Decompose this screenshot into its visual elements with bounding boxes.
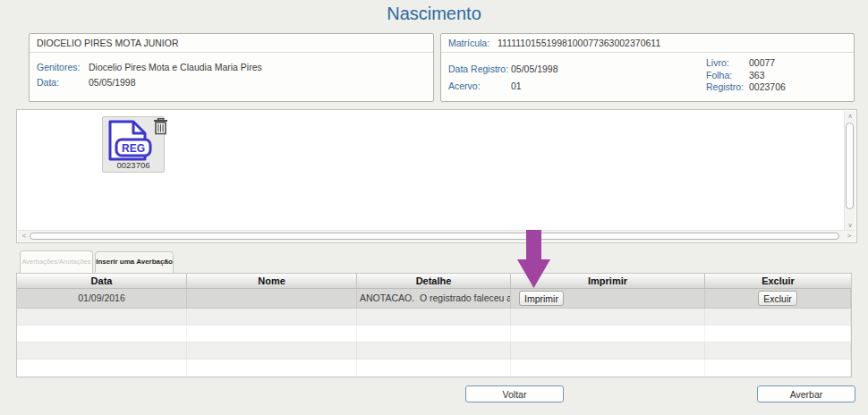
column-header-nome[interactable]: Nome bbox=[187, 274, 357, 288]
data-value: 05/05/1998 bbox=[89, 77, 136, 89]
nascimento-page: Nascimento DIOCELIO PIRES MOTA JUNIOR Ge… bbox=[0, 0, 868, 415]
cell-detalhe: ANOTACAO. O registrado faleceu aos 2... bbox=[357, 289, 511, 308]
cell-data: 01/09/2016 bbox=[17, 289, 187, 308]
averbar-button[interactable]: Averbar bbox=[757, 385, 855, 402]
column-header-detalhe[interactable]: Detalhe bbox=[357, 274, 511, 288]
empty-table-row bbox=[17, 309, 851, 326]
matricula-label: Matrícula: bbox=[448, 38, 489, 48]
reg-document-icon: REG bbox=[107, 120, 152, 161]
averbacoes-table: Data Nome Detalhe Imprimir Excluir 01/09… bbox=[16, 273, 852, 377]
vertical-scrollbar-thumb[interactable] bbox=[846, 123, 854, 209]
data-label: Data: bbox=[37, 77, 89, 89]
data-registro-value: 05/05/1998 bbox=[511, 64, 558, 75]
cell-excluir: Excluir bbox=[705, 289, 851, 308]
document-number-label: 0023706 bbox=[103, 160, 164, 170]
document-browser: REG 0023706 ∧ ∨ < > bbox=[16, 109, 857, 243]
scroll-up-icon[interactable]: ∧ bbox=[845, 111, 855, 122]
table-row[interactable]: 01/09/2016 ANOTACAO. O registrado falece… bbox=[17, 289, 851, 309]
person-panel-body: Genitores: Diocelio Pires Mota e Claudia… bbox=[30, 53, 433, 94]
registro-row: Registro: 0023706 bbox=[706, 81, 786, 93]
excluir-button[interactable]: Excluir bbox=[758, 291, 797, 306]
registro-value: 0023706 bbox=[749, 81, 786, 93]
vertical-scrollbar[interactable]: ∧ ∨ bbox=[844, 111, 855, 231]
acervo-value: 01 bbox=[511, 80, 522, 92]
cell-nome bbox=[187, 289, 357, 308]
empty-table-row bbox=[17, 343, 851, 360]
registry-right-fields: Livro: 00077 Folha: 363 Registro: 002370… bbox=[706, 56, 786, 93]
empty-table-row bbox=[17, 326, 851, 343]
tab-averbacoes-anotacoes[interactable]: Averbações/Anotações bbox=[20, 250, 93, 273]
cell-imprimir: Imprimir bbox=[511, 289, 705, 308]
person-panel: DIOCELIO PIRES MOTA JUNIOR Genitores: Di… bbox=[29, 33, 434, 102]
data-registro-row: Data Registro: 05/05/1998 bbox=[448, 64, 847, 75]
data-registro-label: Data Registro: bbox=[448, 64, 511, 75]
registry-left-fields: Data Registro: 05/05/1998 Acervo: 01 bbox=[448, 64, 847, 92]
data-row: Data: 05/05/1998 bbox=[37, 77, 426, 89]
folha-label: Folha: bbox=[706, 70, 749, 81]
registro-label: Registro: bbox=[706, 81, 749, 93]
voltar-button[interactable]: Voltar bbox=[465, 385, 564, 402]
column-header-data[interactable]: Data bbox=[17, 274, 187, 288]
scroll-right-icon[interactable]: > bbox=[845, 231, 854, 241]
livro-label: Livro: bbox=[706, 57, 749, 69]
person-name: DIOCELIO PIRES MOTA JUNIOR bbox=[30, 34, 433, 53]
registry-document-tile[interactable]: REG 0023706 bbox=[102, 116, 165, 173]
acervo-row: Acervo: 01 bbox=[448, 80, 847, 92]
column-header-excluir[interactable]: Excluir bbox=[705, 274, 851, 288]
genitores-row: Genitores: Diocelio Pires Mota e Claudia… bbox=[37, 62, 426, 73]
horizontal-scrollbar[interactable]: < > bbox=[18, 230, 855, 241]
folha-value: 363 bbox=[749, 70, 765, 81]
pointer-arrow-annotation bbox=[517, 230, 550, 288]
livro-row: Livro: 00077 bbox=[706, 57, 786, 69]
page-title: Nascimento bbox=[0, 4, 868, 24]
matricula-header: Matrícula: 11111101551998100077363002370… bbox=[441, 34, 854, 53]
livro-value: 00077 bbox=[749, 57, 775, 69]
imprimir-button[interactable]: Imprimir bbox=[519, 291, 564, 306]
genitores-label: Genitores: bbox=[37, 62, 89, 73]
tab-inserir-averbacao[interactable]: Inserir uma Averbação bbox=[95, 251, 174, 273]
registry-panel-body: Data Registro: 05/05/1998 Acervo: 01 Liv… bbox=[441, 53, 854, 97]
acervo-label: Acervo: bbox=[448, 80, 511, 92]
horizontal-scrollbar-thumb[interactable] bbox=[30, 233, 839, 240]
scroll-left-icon[interactable]: < bbox=[20, 231, 29, 241]
reg-icon-text: REG bbox=[122, 142, 145, 155]
empty-table-row bbox=[17, 360, 851, 377]
genitores-value: Diocelio Pires Mota e Claudia Maria Pire… bbox=[89, 62, 262, 73]
matricula-value: 11111101551998100077363002370611 bbox=[498, 38, 660, 48]
folha-row: Folha: 363 bbox=[706, 70, 786, 81]
registry-panel: Matrícula: 11111101551998100077363002370… bbox=[440, 33, 855, 102]
trash-icon[interactable] bbox=[151, 117, 170, 135]
table-header-row: Data Nome Detalhe Imprimir Excluir bbox=[17, 274, 851, 289]
